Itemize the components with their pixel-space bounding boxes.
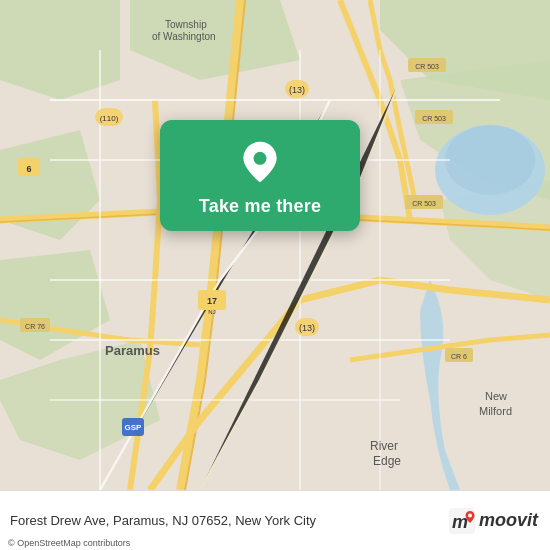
svg-text:GSP: GSP	[125, 423, 143, 432]
svg-text:CR 503: CR 503	[422, 115, 446, 122]
take-me-there-card[interactable]: Take me there	[160, 120, 360, 231]
svg-point-10	[445, 125, 535, 195]
svg-text:CR 503: CR 503	[412, 200, 436, 207]
footer-address: Forest Drew Ave, Paramus, NJ 07652, New …	[10, 513, 449, 528]
location-pin-icon	[236, 138, 284, 186]
take-me-there-button[interactable]: Take me there	[199, 196, 321, 217]
svg-text:Township: Township	[165, 19, 207, 30]
svg-text:(13): (13)	[289, 85, 305, 95]
svg-text:River: River	[370, 439, 398, 453]
svg-marker-1	[0, 0, 120, 100]
svg-text:CR 76: CR 76	[25, 323, 45, 330]
moovit-text: moovit	[479, 510, 538, 531]
svg-text:Milford: Milford	[479, 405, 512, 417]
svg-text:New: New	[485, 390, 507, 402]
footer-bar: © OpenStreetMap contributors Forest Drew…	[0, 490, 550, 550]
svg-text:CR 503: CR 503	[415, 63, 439, 70]
svg-text:(110): (110)	[100, 114, 119, 123]
svg-text:6: 6	[26, 164, 31, 174]
svg-text:of Washington: of Washington	[152, 31, 216, 42]
svg-text:17: 17	[207, 296, 217, 306]
moovit-brand-icon: m	[449, 508, 475, 534]
svg-text:CR 6: CR 6	[451, 353, 467, 360]
svg-text:Paramus: Paramus	[105, 343, 160, 358]
svg-point-42	[254, 152, 267, 165]
osm-attribution: © OpenStreetMap contributors	[8, 538, 130, 548]
svg-text:(13): (13)	[299, 323, 315, 333]
map-view: 17 NJ 6 (110) (13) (13) CR 503 CR 503 CR…	[0, 0, 550, 490]
svg-text:Edge: Edge	[373, 454, 401, 468]
moovit-logo: m moovit	[449, 508, 538, 534]
svg-point-45	[468, 513, 472, 517]
svg-text:NJ: NJ	[208, 309, 215, 315]
